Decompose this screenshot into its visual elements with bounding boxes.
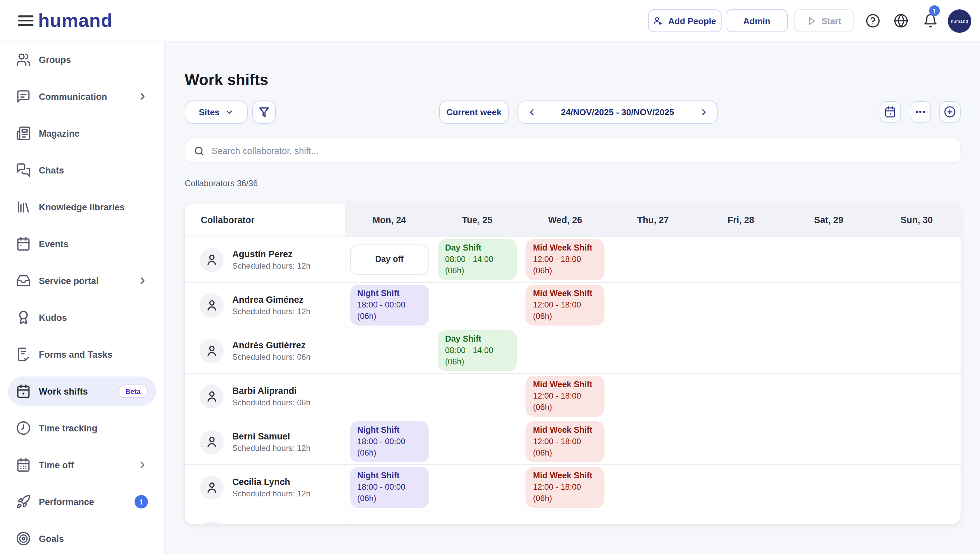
- sidebar-item-goals[interactable]: Goals: [8, 524, 156, 553]
- shift-cell[interactable]: [785, 237, 873, 282]
- sidebar-item-performance[interactable]: Performance 1: [8, 487, 156, 516]
- sidebar-item-label: Knowledge libraries: [39, 202, 125, 212]
- sidebar-item-work-shifts[interactable]: Work shifts Beta: [8, 377, 156, 406]
- person-avatar-icon: [199, 430, 224, 454]
- sidebar-item-time-off[interactable]: Time off: [8, 450, 156, 480]
- shift-cell[interactable]: [345, 511, 433, 524]
- date-range-label: 24/NOV/2025 - 30/NOV/2025: [538, 107, 697, 117]
- shift-cell[interactable]: Night Shift18:00 - 00:00 (06h): [345, 283, 433, 327]
- shift-cell[interactable]: [697, 283, 785, 327]
- shift-card-mid-week-shift[interactable]: Mid Week Shift12:00 - 18:00 (06h): [525, 421, 605, 462]
- start-button[interactable]: Start: [794, 10, 854, 32]
- shift-cell[interactable]: [609, 374, 697, 419]
- sidebar-item-time-tracking[interactable]: Time tracking: [8, 414, 156, 443]
- shift-cell[interactable]: [345, 328, 433, 373]
- shift-card-day-shift[interactable]: Day Shift08:00 - 14:00 (06h): [438, 239, 517, 280]
- shift-card-mid-week-shift[interactable]: Mid Week Shift12:00 - 18:00 (06h): [525, 285, 605, 326]
- shift-cell[interactable]: [873, 511, 961, 524]
- sidebar-item-communication[interactable]: Communication: [8, 82, 156, 111]
- previous-week-button[interactable]: [525, 105, 538, 119]
- sidebar-item-service-portal[interactable]: Service portal: [8, 266, 156, 295]
- shift-cell[interactable]: [697, 465, 785, 510]
- shift-cell[interactable]: Day Shift08:00 - 14:00 (06h): [433, 328, 522, 373]
- shift-title: Day Shift: [445, 334, 509, 345]
- sidebar-item-magazine[interactable]: Magazine: [8, 118, 156, 148]
- next-week-button[interactable]: [697, 105, 710, 119]
- shift-cell[interactable]: Day off: [345, 237, 433, 282]
- filter-button[interactable]: [252, 101, 276, 124]
- sites-dropdown[interactable]: Sites: [185, 101, 248, 124]
- shift-cell[interactable]: [873, 465, 961, 510]
- shift-cell[interactable]: [521, 328, 609, 373]
- shift-cell[interactable]: [785, 465, 873, 510]
- shift-cell[interactable]: Mid Week Shift12:00 - 18:00 (06h): [521, 419, 609, 464]
- workshifts-icon: [16, 384, 31, 399]
- shift-cell[interactable]: [697, 237, 785, 282]
- sidebar-item-knowledge-libraries[interactable]: Knowledge libraries: [8, 192, 156, 222]
- shift-cell[interactable]: [433, 419, 522, 464]
- shift-cell[interactable]: [697, 374, 785, 419]
- shift-card-day-off[interactable]: Day off: [350, 244, 429, 275]
- shift-card-mid-week-shift[interactable]: Mid Week Shift12:00 - 18:00 (06h): [525, 467, 605, 508]
- shift-card-mid-week-shift[interactable]: Mid Week Shift12:00 - 18:00 (06h): [525, 239, 605, 280]
- shift-cell[interactable]: Night Shift18:00 - 00:00 (06h): [345, 419, 433, 464]
- shift-cell[interactable]: [873, 374, 961, 419]
- shift-cell[interactable]: Night Shift18:00 - 00:00 (06h): [345, 465, 433, 510]
- shift-cell[interactable]: Mid Week Shift12:00 - 18:00 (06h): [521, 374, 609, 419]
- shift-cell[interactable]: [609, 511, 697, 524]
- shift-cell[interactable]: [785, 511, 873, 524]
- play-icon: [807, 16, 817, 26]
- sidebar-item-kudos[interactable]: Kudos: [8, 303, 156, 332]
- person-avatar-icon: [199, 384, 224, 408]
- sidebar-item-forms-and-tasks[interactable]: Forms and Tasks: [8, 340, 156, 369]
- shift-cell[interactable]: [873, 419, 961, 464]
- shift-cell[interactable]: [697, 328, 785, 373]
- shift-cell[interactable]: Day Shift08:00 - 14:00 (06h): [433, 237, 522, 282]
- shift-cell[interactable]: [609, 465, 697, 510]
- shift-cell[interactable]: [609, 237, 697, 282]
- shift-cell[interactable]: [433, 374, 522, 419]
- shift-cell[interactable]: Mid Week Shift12:00 - 18:00 (06h): [521, 465, 609, 510]
- shift-cell[interactable]: [697, 511, 785, 524]
- shift-cell[interactable]: [609, 328, 697, 373]
- sidebar-item-groups[interactable]: Groups: [8, 45, 156, 74]
- globe-icon[interactable]: [894, 13, 908, 28]
- shift-cell[interactable]: [433, 511, 522, 524]
- shift-cell[interactable]: [521, 511, 609, 524]
- shift-cell[interactable]: [873, 328, 961, 373]
- shift-cell[interactable]: [697, 419, 785, 464]
- shift-card-night-shift[interactable]: Night Shift18:00 - 00:00 (06h): [350, 467, 429, 508]
- sidebar-item-label: Groups: [39, 54, 71, 65]
- main-content: Work shifts Sites Current week 24/NOV/20…: [185, 42, 961, 554]
- current-week-button[interactable]: Current week: [439, 101, 509, 124]
- shift-cell[interactable]: Mid Week Shift12:00 - 18:00 (06h): [521, 237, 609, 282]
- shift-cell[interactable]: [785, 283, 873, 327]
- sidebar-item-chats[interactable]: Chats: [8, 155, 156, 185]
- shift-cell[interactable]: [609, 419, 697, 464]
- admin-button[interactable]: Admin: [725, 10, 788, 32]
- shift-cell[interactable]: [433, 465, 522, 510]
- add-people-button[interactable]: Add People: [648, 10, 722, 32]
- calendar-view-button[interactable]: [880, 101, 901, 123]
- shift-cell[interactable]: [873, 237, 961, 282]
- shift-cell[interactable]: [345, 374, 433, 419]
- shift-card-night-shift[interactable]: Night Shift18:00 - 00:00 (06h): [350, 285, 429, 326]
- more-options-button[interactable]: [910, 101, 931, 123]
- shift-cell[interactable]: [433, 283, 522, 327]
- add-shift-button[interactable]: [939, 101, 961, 123]
- shift-card-day-shift[interactable]: Day Shift08:00 - 14:00 (06h): [438, 330, 517, 371]
- table-row: Barbi Aliprandi Scheduled hours: 06h Mid…: [185, 373, 961, 419]
- shift-cell[interactable]: [785, 419, 873, 464]
- shift-cell[interactable]: [609, 283, 697, 327]
- search-input[interactable]: [212, 146, 952, 156]
- shift-cell[interactable]: [785, 374, 873, 419]
- shift-cell[interactable]: [785, 328, 873, 373]
- user-avatar[interactable]: humand: [948, 10, 971, 33]
- help-icon[interactable]: [865, 13, 880, 28]
- hamburger-menu-icon[interactable]: [18, 13, 33, 28]
- sidebar-item-events[interactable]: Events: [8, 229, 156, 259]
- shift-card-mid-week-shift[interactable]: Mid Week Shift12:00 - 18:00 (06h): [525, 376, 605, 417]
- shift-card-night-shift[interactable]: Night Shift18:00 - 00:00 (06h): [350, 421, 429, 462]
- shift-cell[interactable]: [873, 283, 961, 327]
- shift-cell[interactable]: Mid Week Shift12:00 - 18:00 (06h): [521, 283, 609, 327]
